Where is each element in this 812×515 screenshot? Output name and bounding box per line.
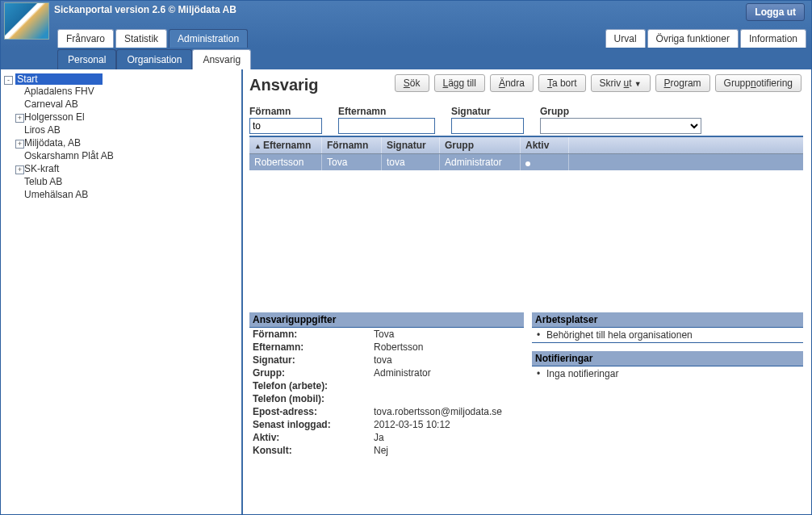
k-tel-mobil: Telefon (mobil): bbox=[253, 393, 374, 404]
cell-aktiv bbox=[521, 154, 569, 170]
gruppnotifiering-button[interactable]: Gruppnotifiering bbox=[715, 74, 802, 92]
v-efternamn: Robertsson bbox=[374, 341, 521, 353]
skriv-ut-button[interactable]: Skriv ut▼ bbox=[591, 74, 651, 92]
subtab-personal[interactable]: Personal bbox=[57, 49, 116, 69]
v-konsult: Nej bbox=[374, 445, 521, 456]
notifieringar-heading: Notifieringar bbox=[532, 351, 803, 366]
tree-expander-start[interactable]: - bbox=[4, 76, 13, 85]
cell-efternamn: Robertsson bbox=[249, 154, 322, 170]
tree-node-umehalsan[interactable]: Umehälsan AB bbox=[24, 189, 91, 200]
lagg-till-button[interactable]: Lägg till bbox=[434, 74, 485, 92]
col-fornamn[interactable]: Förnamn bbox=[322, 137, 382, 153]
top-tabs-left: Frånvaro Statistik Administration bbox=[57, 29, 248, 48]
tab-ovriga-funktioner[interactable]: Övriga funktioner bbox=[647, 29, 739, 48]
grid-header: ▲Efternamn Förnamn Signatur Grupp Aktiv bbox=[249, 137, 803, 154]
notifieringar-item: Inga notifieringar bbox=[532, 366, 803, 381]
tree-node-start[interactable]: Start bbox=[15, 73, 102, 85]
andra-button[interactable]: Ändra bbox=[490, 74, 534, 92]
k-tel-arbete: Telefon (arbete): bbox=[253, 380, 374, 391]
subtab-ansvarig[interactable]: Ansvarig bbox=[192, 49, 251, 69]
grupp-label: Grupp bbox=[540, 106, 701, 117]
v-signatur: tova bbox=[374, 354, 521, 366]
signatur-input[interactable] bbox=[451, 118, 524, 134]
tab-franvaro[interactable]: Frånvaro bbox=[57, 29, 114, 48]
sok-button[interactable]: Sök bbox=[395, 74, 429, 92]
caret-down-icon: ▼ bbox=[634, 80, 642, 88]
top-tabs-right: Urval Övriga funktioner Information bbox=[605, 29, 806, 48]
toolbar: Sök Lägg till Ändra Ta bort Skriv ut▼ Pr… bbox=[395, 74, 802, 92]
tree-node-oskarshamn[interactable]: Oskarshamn Plåt AB bbox=[24, 150, 117, 161]
table-row[interactable]: Robertsson Tova tova Administrator bbox=[249, 154, 803, 170]
ansvariguppgifter-heading: Ansvariguppgifter bbox=[249, 312, 524, 328]
k-aktiv: Aktiv: bbox=[253, 432, 374, 443]
k-grupp: Grupp: bbox=[253, 367, 374, 379]
tree-expander-skkraft[interactable]: + bbox=[15, 165, 24, 174]
active-dot-icon bbox=[525, 161, 530, 166]
cell-grupp: Administrator bbox=[440, 154, 521, 170]
k-signatur: Signatur: bbox=[253, 354, 374, 366]
sort-asc-icon: ▲ bbox=[254, 142, 262, 150]
efternamn-input[interactable] bbox=[338, 118, 435, 134]
arbetsplatser-item: Behörighet till hela organisationen bbox=[532, 328, 803, 343]
tree-node-apladalens[interactable]: Apladalens FHV bbox=[24, 86, 98, 97]
v-tel-arbete bbox=[374, 380, 521, 391]
program-button[interactable]: Program bbox=[655, 74, 710, 92]
tree-expander-miljodata[interactable]: + bbox=[15, 140, 24, 149]
grupp-select[interactable] bbox=[540, 118, 701, 134]
tab-information[interactable]: Information bbox=[740, 29, 806, 48]
grid-body: Robertsson Tova tova Administrator bbox=[249, 154, 803, 308]
v-aktiv: Ja bbox=[374, 432, 521, 443]
cell-fornamn: Tova bbox=[322, 154, 382, 170]
tree-node-liros[interactable]: Liros AB bbox=[24, 124, 64, 136]
tree-node-telub[interactable]: Telub AB bbox=[24, 176, 65, 187]
k-epost: Epost-adress: bbox=[253, 406, 374, 417]
sub-tabs: Personal Organisation Ansvarig bbox=[57, 49, 251, 69]
k-konsult: Konsult: bbox=[253, 445, 374, 456]
tab-urval[interactable]: Urval bbox=[605, 29, 646, 48]
tree-expander-holgersson[interactable]: + bbox=[15, 114, 24, 123]
filter-row: Förnamn Efternamn Signatur Grupp bbox=[249, 106, 803, 137]
ta-bort-button[interactable]: Ta bort bbox=[538, 74, 586, 92]
tree-node-miljodata[interactable]: Miljödata, AB bbox=[24, 137, 84, 149]
col-signatur[interactable]: Signatur bbox=[382, 137, 440, 153]
v-senast: 2012-03-15 10:12 bbox=[374, 419, 521, 430]
fornamn-label: Förnamn bbox=[249, 106, 322, 117]
v-epost: tova.robertsson@miljodata.se bbox=[374, 406, 521, 417]
k-senast: Senast inloggad: bbox=[253, 419, 374, 430]
fornamn-input[interactable] bbox=[249, 118, 322, 134]
tree-node-carneval[interactable]: Carneval AB bbox=[24, 98, 82, 110]
org-tree: - Start Apladalens FHV Carneval AB +Holg… bbox=[1, 69, 243, 514]
col-efternamn[interactable]: ▲Efternamn bbox=[249, 137, 322, 153]
cell-signatur: tova bbox=[382, 154, 440, 170]
logout-button[interactable]: Logga ut bbox=[746, 3, 805, 21]
efternamn-label: Efternamn bbox=[338, 106, 435, 117]
tab-statistik[interactable]: Statistik bbox=[115, 29, 167, 48]
subtab-organisation[interactable]: Organisation bbox=[116, 49, 192, 69]
k-fornamn: Förnamn: bbox=[253, 329, 374, 340]
tree-node-skkraft[interactable]: SK-kraft bbox=[24, 163, 62, 174]
col-aktiv[interactable]: Aktiv bbox=[521, 137, 569, 153]
v-fornamn: Tova bbox=[374, 329, 521, 340]
col-grupp[interactable]: Grupp bbox=[440, 137, 521, 153]
k-efternamn: Efternamn: bbox=[253, 341, 374, 353]
tab-administration[interactable]: Administration bbox=[169, 29, 248, 48]
app-logo bbox=[4, 2, 49, 40]
tree-node-holgersson[interactable]: Holgersson El bbox=[24, 111, 88, 123]
v-tel-mobil bbox=[374, 393, 521, 404]
signatur-label: Signatur bbox=[451, 106, 524, 117]
arbetsplatser-heading: Arbetsplatser bbox=[532, 312, 803, 328]
app-title: Sickanportal version 2.6 © Miljödata AB bbox=[54, 1, 236, 15]
v-grupp: Administrator bbox=[374, 367, 521, 379]
